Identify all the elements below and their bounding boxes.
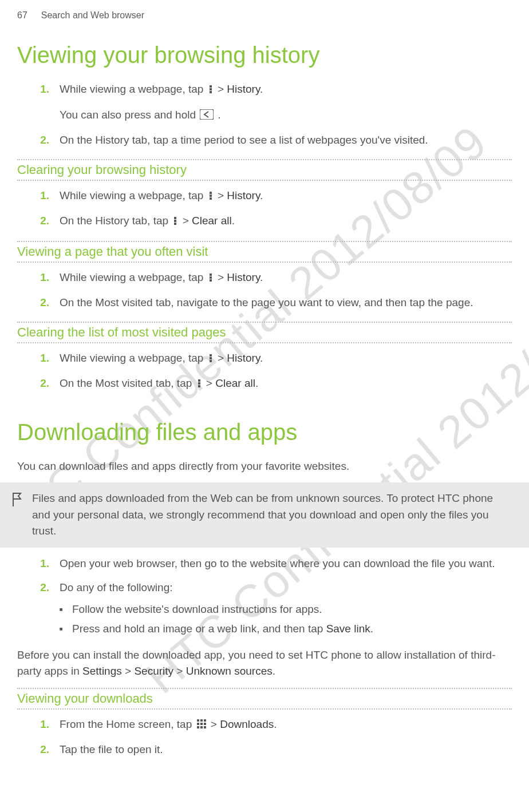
text: You can also press and hold (60, 109, 199, 121)
text: > (179, 215, 192, 227)
svg-rect-4 (210, 192, 212, 194)
flag-icon (10, 492, 23, 540)
page-number: 67 (17, 10, 27, 21)
svg-rect-12 (210, 279, 212, 282)
text: . (273, 665, 275, 677)
svg-rect-2 (210, 91, 212, 93)
path-settings: Settings (82, 665, 122, 677)
action-history: History (227, 271, 260, 283)
overflow-menu-icon (208, 82, 214, 99)
svg-rect-15 (210, 360, 212, 362)
step-body: Do any of the following: (60, 580, 512, 596)
step-body: From the Home screen, tap > Downloads. (60, 716, 512, 734)
text: While viewing a webpage, tap (60, 352, 207, 364)
svg-rect-27 (204, 726, 206, 728)
step-body: On the History tab, tap > Clear all. (60, 213, 512, 231)
text: . (274, 718, 277, 730)
divider (17, 180, 512, 181)
path-unknown-sources: Unknown sources (186, 665, 273, 677)
step-number: 1. (32, 716, 49, 734)
overflow-menu-icon (196, 377, 202, 393)
page-header: 67 Search and Web browser (17, 0, 512, 21)
svg-rect-20 (200, 719, 203, 722)
text: On the Most visited tab, tap (60, 377, 195, 389)
action-save-link: Save link (326, 623, 370, 635)
step-body: While viewing a webpage, tap > History. … (60, 81, 512, 124)
path-security: Security (134, 665, 173, 677)
step-number: 1. (32, 350, 49, 368)
svg-rect-16 (198, 379, 200, 382)
svg-rect-9 (174, 223, 176, 225)
step-number: 1. (32, 188, 49, 205)
steps-section2: 1. Open your web browser, then go to the… (17, 556, 512, 637)
text: . (260, 271, 263, 283)
heading-downloading: Downloading files and apps (17, 418, 512, 446)
bullet-list: ▪Follow the website's download instructi… (17, 602, 512, 637)
svg-rect-19 (197, 719, 199, 722)
svg-rect-1 (210, 88, 212, 90)
bullet-text: Press and hold an image or a web link, a… (72, 621, 373, 637)
svg-rect-24 (204, 723, 206, 725)
overflow-menu-icon (172, 214, 178, 231)
divider (17, 241, 512, 242)
chapter-title: Search and Web browser (41, 10, 144, 21)
heading-viewing-downloads: Viewing your downloads (17, 691, 512, 706)
heading-often-visit: Viewing a page that you often visit (17, 244, 512, 259)
action-clear-all: Clear all (192, 215, 232, 227)
divider (17, 688, 512, 689)
bullet-text: Follow the website's download instructio… (72, 602, 322, 617)
text: > (215, 271, 227, 283)
text: . (255, 377, 258, 389)
svg-rect-0 (210, 85, 212, 88)
text: . (370, 623, 373, 635)
svg-rect-23 (200, 723, 203, 725)
text: While viewing a webpage, tap (60, 83, 207, 95)
step-body: On the Most visited tab, navigate to the… (60, 295, 512, 311)
overflow-menu-icon (208, 271, 214, 287)
divider (17, 322, 512, 323)
text: On the History tab, tap (60, 215, 171, 227)
bullet-icon: ▪ (53, 602, 63, 617)
divider (17, 342, 512, 343)
heading-clearing-history: Clearing your browsing history (17, 163, 512, 177)
step-number: 2. (32, 213, 49, 231)
heading-viewing-history: Viewing your browsing history (17, 41, 512, 69)
text: > (215, 189, 227, 201)
svg-rect-14 (210, 357, 212, 359)
text: > (215, 83, 227, 95)
text: > (203, 377, 216, 389)
step-body: On the Most visited tab, tap > Clear all… (60, 375, 512, 393)
step-body: While viewing a webpage, tap > History. (60, 270, 512, 287)
svg-rect-17 (198, 382, 200, 385)
step-body: While viewing a webpage, tap > History. (60, 350, 512, 368)
bullet-icon: ▪ (53, 621, 63, 637)
steps-section1a: 1. While viewing a webpage, tap > Histor… (17, 188, 512, 231)
svg-rect-18 (198, 385, 200, 387)
back-button-icon (200, 108, 214, 125)
text: From the Home screen, tap (60, 718, 195, 730)
step-number: 2. (32, 295, 49, 311)
step-number: 2. (32, 742, 49, 758)
step-body: Open your web browser, then go to the we… (60, 556, 512, 572)
action-history: History (227, 352, 260, 364)
step-number: 1. (32, 556, 49, 572)
svg-rect-10 (210, 274, 212, 276)
closing-paragraph: Before you can install the downloaded ap… (17, 647, 512, 680)
text: Press and hold an image or a web link, a… (72, 623, 326, 635)
steps-section1: 1. While viewing a webpage, tap > Histor… (17, 81, 512, 149)
overflow-menu-icon (208, 351, 214, 368)
text: While viewing a webpage, tap (60, 271, 207, 283)
caution-note: Files and apps downloaded from the Web c… (0, 482, 529, 548)
action-downloads: Downloads (220, 718, 274, 730)
svg-rect-25 (197, 726, 199, 728)
text: . (215, 109, 221, 121)
step-body: While viewing a webpage, tap > History. (60, 188, 512, 205)
svg-rect-7 (174, 217, 176, 219)
step-number: 2. (32, 132, 49, 149)
svg-rect-11 (210, 276, 212, 279)
step-number: 2. (32, 580, 49, 596)
step-number: 1. (32, 81, 49, 124)
steps-section1b: 1. While viewing a webpage, tap > Histor… (17, 270, 512, 311)
action-clear-all: Clear all (215, 377, 255, 389)
svg-rect-13 (210, 354, 212, 357)
